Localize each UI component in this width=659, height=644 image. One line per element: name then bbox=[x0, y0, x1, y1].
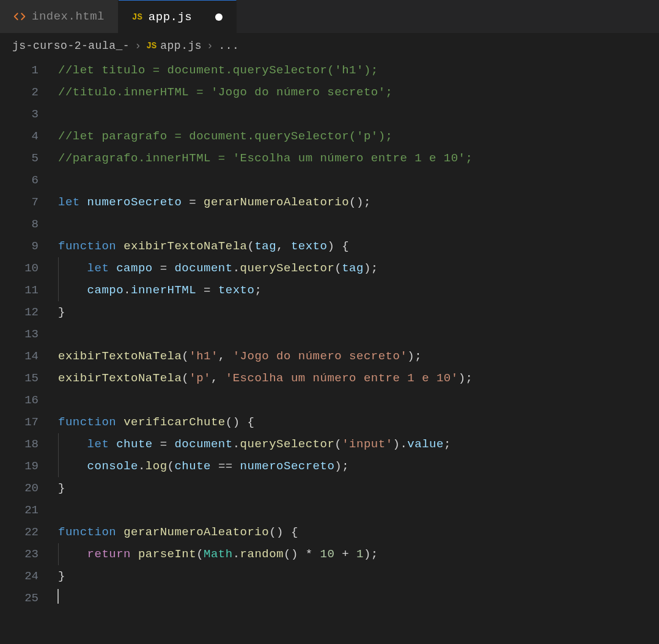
code-line[interactable]: 20} bbox=[0, 477, 659, 499]
code-line[interactable]: 12} bbox=[0, 301, 659, 323]
code-line[interactable]: 2//titulo.innerHTML = 'Jogo do número se… bbox=[0, 81, 659, 103]
line-number: 7 bbox=[0, 191, 58, 213]
chevron-right-icon: › bbox=[207, 40, 213, 52]
text-cursor bbox=[57, 589, 59, 604]
line-number: 2 bbox=[0, 81, 58, 103]
line-number: 8 bbox=[0, 213, 58, 235]
code-content[interactable]: //let titulo = document.querySelector('h… bbox=[58, 59, 659, 81]
code-line[interactable]: 3 bbox=[0, 103, 659, 125]
line-number: 15 bbox=[0, 367, 58, 389]
code-line[interactable]: 13 bbox=[0, 323, 659, 345]
html-tag-icon bbox=[13, 10, 26, 23]
breadcrumb-symbol[interactable]: ... bbox=[218, 40, 239, 52]
code-line[interactable]: 21 bbox=[0, 499, 659, 521]
code-content[interactable]: exibirTextoNaTela('p', 'Escolha um númer… bbox=[58, 367, 659, 389]
code-line[interactable]: 9function exibirTextoNaTela(tag, texto) … bbox=[0, 235, 659, 257]
code-content[interactable]: let campo = document.querySelector(tag); bbox=[58, 257, 659, 279]
code-line[interactable]: 11 campo.innerHTML = texto; bbox=[0, 279, 659, 301]
code-content[interactable]: campo.innerHTML = texto; bbox=[58, 279, 659, 301]
line-number: 18 bbox=[0, 433, 58, 455]
code-line[interactable]: 6 bbox=[0, 169, 659, 191]
code-content[interactable] bbox=[58, 587, 659, 609]
line-number: 17 bbox=[0, 411, 58, 433]
code-line[interactable]: 5//paragrafo.innerHTML = 'Escolha um núm… bbox=[0, 147, 659, 169]
code-line[interactable]: 16 bbox=[0, 389, 659, 411]
line-number: 20 bbox=[0, 477, 58, 499]
tab-bar: index.html JS app.js bbox=[0, 0, 659, 34]
line-number: 24 bbox=[0, 565, 58, 587]
code-content[interactable]: //titulo.innerHTML = 'Jogo do número sec… bbox=[58, 81, 659, 103]
line-number: 14 bbox=[0, 345, 58, 367]
tab-label: index.html bbox=[32, 10, 105, 23]
code-line[interactable]: 10 let campo = document.querySelector(ta… bbox=[0, 257, 659, 279]
line-number: 9 bbox=[0, 235, 58, 257]
code-content[interactable]: exibirTextoNaTela('h1', 'Jogo do número … bbox=[58, 345, 659, 367]
breadcrumb[interactable]: js-curso-2-aula_- › JS app.js › ... bbox=[0, 34, 659, 57]
code-line[interactable]: 1//let titulo = document.querySelector('… bbox=[0, 59, 659, 81]
line-number: 5 bbox=[0, 147, 58, 169]
code-content[interactable]: //paragrafo.innerHTML = 'Escolha um núme… bbox=[58, 147, 659, 169]
line-number: 21 bbox=[0, 499, 58, 521]
line-number: 4 bbox=[0, 125, 58, 147]
chevron-right-icon: › bbox=[134, 40, 141, 52]
code-line[interactable]: 15exibirTextoNaTela('p', 'Escolha um núm… bbox=[0, 367, 659, 389]
code-content[interactable]: } bbox=[58, 477, 659, 499]
code-content[interactable]: } bbox=[58, 565, 659, 587]
line-number: 10 bbox=[0, 257, 58, 279]
line-number: 1 bbox=[0, 59, 58, 81]
js-icon: JS bbox=[146, 41, 156, 51]
tab-dirty-icon[interactable] bbox=[215, 13, 223, 21]
breadcrumb-folder[interactable]: js-curso-2-aula_- bbox=[12, 40, 130, 52]
code-line[interactable]: 17function verificarChute() { bbox=[0, 411, 659, 433]
tab-index-html[interactable]: index.html bbox=[0, 0, 119, 33]
line-number: 16 bbox=[0, 389, 58, 411]
code-line[interactable]: 7let numeroSecreto = gerarNumeroAleatori… bbox=[0, 191, 659, 213]
code-editor[interactable]: 1//let titulo = document.querySelector('… bbox=[0, 57, 659, 609]
line-number: 13 bbox=[0, 323, 58, 345]
js-icon: JS bbox=[132, 12, 142, 22]
line-number: 19 bbox=[0, 455, 58, 477]
code-content[interactable]: } bbox=[58, 301, 659, 323]
line-number: 11 bbox=[0, 279, 58, 301]
code-line[interactable]: 4//let paragrafo = document.querySelecto… bbox=[0, 125, 659, 147]
code-line[interactable]: 25 bbox=[0, 587, 659, 609]
code-line[interactable]: 22function gerarNumeroAleatorio() { bbox=[0, 521, 659, 543]
code-content[interactable]: function gerarNumeroAleatorio() { bbox=[58, 521, 659, 543]
code-content[interactable]: return parseInt(Math.random() * 10 + 1); bbox=[58, 543, 659, 565]
code-line[interactable]: 18 let chute = document.querySelector('i… bbox=[0, 433, 659, 455]
code-line[interactable]: 14exibirTextoNaTela('h1', 'Jogo do númer… bbox=[0, 345, 659, 367]
code-content[interactable]: function verificarChute() { bbox=[58, 411, 659, 433]
breadcrumb-file[interactable]: app.js bbox=[160, 40, 202, 52]
code-content[interactable]: let numeroSecreto = gerarNumeroAleatorio… bbox=[58, 191, 659, 213]
code-line[interactable]: 8 bbox=[0, 213, 659, 235]
code-content[interactable]: console.log(chute == numeroSecreto); bbox=[58, 455, 659, 477]
code-line[interactable]: 23 return parseInt(Math.random() * 10 + … bbox=[0, 543, 659, 565]
line-number: 3 bbox=[0, 103, 58, 125]
tab-label: app.js bbox=[149, 10, 192, 24]
code-content[interactable]: let chute = document.querySelector('inpu… bbox=[58, 433, 659, 455]
code-line[interactable]: 19 console.log(chute == numeroSecreto); bbox=[0, 455, 659, 477]
line-number: 6 bbox=[0, 169, 58, 191]
code-content[interactable]: //let paragrafo = document.querySelector… bbox=[58, 125, 659, 147]
code-content[interactable]: function exibirTextoNaTela(tag, texto) { bbox=[58, 235, 659, 257]
line-number: 12 bbox=[0, 301, 58, 323]
tab-app-js[interactable]: JS app.js bbox=[119, 0, 237, 33]
code-line[interactable]: 24} bbox=[0, 565, 659, 587]
line-number: 23 bbox=[0, 543, 58, 565]
line-number: 25 bbox=[0, 587, 58, 609]
line-number: 22 bbox=[0, 521, 58, 543]
